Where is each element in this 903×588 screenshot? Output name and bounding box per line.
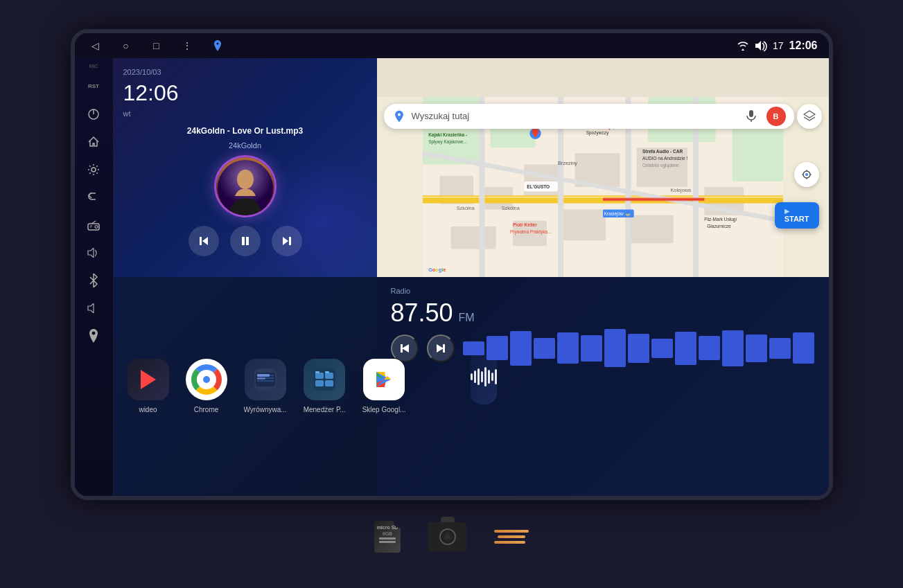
map-user-btn[interactable]: B: [766, 107, 786, 126]
app-video[interactable]: wideo: [128, 359, 169, 413]
home-sidebar-btn[interactable]: [81, 130, 106, 154]
wave-bar: [769, 338, 791, 359]
device-wrapper: ◁ ○ □ ⋮: [71, 29, 833, 560]
map-start-btn[interactable]: ▶ START: [775, 202, 819, 229]
music-date: 2023/10/03: [123, 68, 367, 76]
location-btn[interactable]: [81, 323, 106, 348]
wave-bar: [651, 339, 673, 358]
svg-point-5: [95, 225, 98, 228]
sd-size: 8GB: [383, 531, 392, 536]
pause-btn[interactable]: [230, 226, 261, 256]
installation-tools: [494, 530, 529, 544]
apps-panel: wideo Chrome: [114, 277, 377, 496]
next-btn[interactable]: [272, 226, 302, 256]
tool-bar-2: [498, 535, 525, 538]
menu-icon[interactable]: ⋮: [177, 36, 197, 55]
app-files[interactable]: Menedżer P...: [304, 359, 346, 413]
back-sidebar-btn[interactable]: [81, 185, 106, 210]
music-panel: 2023/10/03 12:06 wt 24kGoldn - Love Or L…: [114, 58, 377, 277]
svg-point-3: [91, 168, 96, 172]
svg-text:Brzeziny: Brzeziny: [558, 159, 577, 166]
maps-shortcut-icon[interactable]: [208, 36, 227, 55]
app-chrome[interactable]: Chrome: [186, 359, 227, 413]
map-background: Wyszukaj tutaj B: [377, 97, 829, 277]
back-icon[interactable]: ◁: [86, 36, 105, 55]
map-layers-btn[interactable]: [797, 104, 822, 129]
svg-text:Szkolna: Szkolna: [501, 204, 520, 211]
wave-bar: [557, 332, 579, 364]
bluetooth-btn[interactable]: [81, 268, 106, 293]
sd-connector2: [379, 541, 396, 543]
svg-text:Glazurnicze: Glazurnicze: [707, 223, 731, 228]
audio-waves: [471, 367, 497, 386]
svg-text:Google: Google: [428, 266, 446, 272]
svg-rect-16: [749, 110, 753, 117]
maps-logo: [392, 109, 406, 123]
svg-marker-10: [202, 237, 208, 245]
clock: 12:06: [789, 39, 818, 52]
map-search-text[interactable]: Wyszukaj tutaj: [412, 111, 736, 121]
recent-icon[interactable]: □: [147, 36, 166, 55]
music-time: 12:06: [123, 82, 367, 104]
status-left: ◁ ○ □ ⋮: [86, 36, 227, 55]
camera-icon: [428, 522, 466, 551]
home-icon[interactable]: ○: [116, 36, 136, 55]
svg-marker-14: [283, 237, 288, 245]
map-search-bar[interactable]: Wyszukaj tutaj B: [384, 104, 794, 129]
svg-text:EL'GUSTO: EL'GUSTO: [527, 184, 550, 189]
svg-rect-85: [325, 373, 333, 379]
svg-rect-80: [257, 374, 270, 377]
svg-rect-11: [200, 237, 202, 245]
app-video-label: wideo: [139, 406, 157, 413]
wave-bar: [793, 332, 814, 364]
map-panel: Wyszukaj tutaj B: [377, 58, 829, 277]
equalizer-icon: [245, 359, 286, 400]
app-store-label: Sklep Googl...: [362, 406, 406, 413]
tools-icon: [494, 530, 529, 544]
map-location-btn[interactable]: [794, 162, 819, 187]
volume-level: 17: [773, 40, 784, 51]
svg-text:Prywatna Praktyka...: Prywatna Praktyka...: [509, 229, 551, 234]
svg-marker-0: [755, 41, 761, 51]
svg-point-65: [805, 173, 808, 176]
start-label: START: [784, 215, 809, 223]
prev-btn[interactable]: [189, 226, 219, 256]
wave-bar: [510, 331, 532, 366]
radio-frequency: 87.50 FM: [391, 301, 815, 326]
app-chrome-label: Chrome: [194, 406, 219, 413]
svg-text:Strefa Audio - CAR: Strefa Audio - CAR: [642, 149, 683, 154]
power-btn[interactable]: [81, 102, 106, 127]
svg-text:AUDIO na Androidzie !: AUDIO na Androidzie !: [642, 156, 687, 161]
mic-label: MIC: [89, 64, 98, 69]
main-content: MIC RST: [75, 58, 829, 496]
files-icon: [304, 359, 345, 400]
svg-text:Spływy Kajakowe...: Spływy Kajakowe...: [428, 139, 467, 144]
svg-marker-94: [402, 344, 409, 353]
svg-rect-13: [246, 237, 249, 245]
svg-rect-31: [563, 209, 606, 240]
music-day: wt: [123, 109, 367, 118]
vol-up-btn[interactable]: [81, 240, 106, 265]
album-art: [214, 155, 277, 217]
volume-icon: [755, 40, 767, 51]
tool-bar-1: [494, 530, 529, 533]
vol-down-btn[interactable]: [81, 296, 106, 321]
accessories: micro SD 8GB: [367, 514, 536, 560]
status-right: 17 12:06: [737, 39, 818, 52]
svg-text:Spożywczy: Spożywczy: [586, 130, 608, 136]
settings-btn[interactable]: [81, 157, 106, 182]
radio-btn[interactable]: [81, 213, 106, 238]
svg-point-9: [237, 170, 254, 189]
app-equalizer[interactable]: Wyrównywa...: [244, 359, 287, 413]
store-icon: [363, 359, 405, 400]
map-mic-btn[interactable]: [742, 107, 761, 126]
svg-rect-34: [423, 196, 783, 197]
radio-prev-btn[interactable]: [391, 335, 419, 362]
video-icon: [128, 359, 169, 400]
app-store[interactable]: Sklep Googl...: [362, 359, 406, 413]
svg-text:Kolejowa: Kolejowa: [670, 186, 692, 193]
radio-next-btn[interactable]: [427, 335, 455, 362]
svg-rect-83: [315, 373, 324, 379]
wave-bar: [534, 338, 555, 359]
music-controls: [123, 226, 367, 256]
